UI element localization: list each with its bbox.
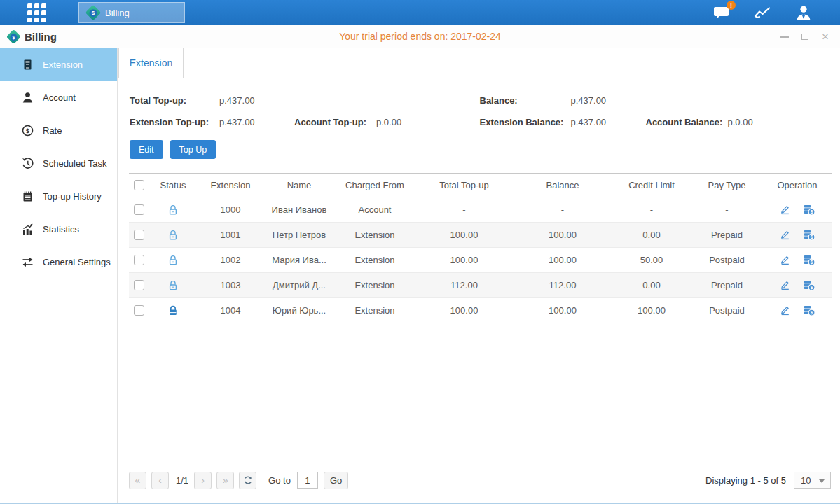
summary-section: Total Top-up: p.437.00 Extension Top-up:… xyxy=(118,78,840,133)
tab-label: Extension xyxy=(130,57,172,69)
cell-pay-type: - xyxy=(691,197,762,223)
user-icon[interactable] xyxy=(795,5,812,21)
edit-button[interactable]: Edit xyxy=(130,140,163,159)
cell-charged-from: Extension xyxy=(335,223,415,248)
sidebar-item-general-settings[interactable]: General Settings xyxy=(0,246,117,279)
cell-charged-from: Extension xyxy=(335,248,415,273)
page-size-value: 10 xyxy=(801,475,811,486)
page-size-select[interactable]: 10 xyxy=(794,472,831,489)
first-page-button[interactable]: « xyxy=(129,472,146,489)
unlocked-icon[interactable] xyxy=(167,229,179,241)
cell-name: Петр Петров xyxy=(263,223,335,248)
locked-icon[interactable] xyxy=(167,304,179,317)
account-topup-value: p.0.00 xyxy=(376,117,401,127)
balance-value: p.437.00 xyxy=(571,95,607,106)
extension-topup-label: Extension Top-up: xyxy=(130,117,219,127)
edit-icon[interactable] xyxy=(779,204,791,216)
row-checkbox[interactable] xyxy=(134,305,144,316)
minimize-button[interactable] xyxy=(780,32,790,42)
balance-label: Balance: xyxy=(480,95,571,106)
go-button[interactable]: Go xyxy=(324,472,348,489)
top-up-icon[interactable]: $ xyxy=(802,254,815,266)
row-checkbox[interactable] xyxy=(134,255,144,265)
tab-strip: Extension xyxy=(118,48,840,78)
col-total-topup: Total Top-up xyxy=(415,174,514,197)
close-button[interactable]: × xyxy=(820,32,830,42)
unlocked-icon[interactable] xyxy=(167,254,179,267)
top-up-icon[interactable]: $ xyxy=(802,304,815,316)
page-indicator: 1/1 xyxy=(176,475,188,486)
cell-extension: 1001 xyxy=(198,223,263,248)
main-panel: Extension Total Top-up: p.437.00 Extensi… xyxy=(118,48,840,503)
edit-icon[interactable] xyxy=(779,279,791,291)
svg-text:$: $ xyxy=(811,209,813,215)
row-checkbox[interactable] xyxy=(134,230,144,240)
sliders-icon xyxy=(22,256,34,268)
sidebar-item-label: Account xyxy=(43,92,76,103)
ledger-icon xyxy=(22,59,34,71)
cell-credit-limit: 0.00 xyxy=(612,223,691,248)
goto-page-input[interactable] xyxy=(297,472,318,489)
sidebar-item-account[interactable]: Account xyxy=(0,81,117,114)
row-checkbox[interactable] xyxy=(134,204,144,215)
pagination-bar: « ‹ 1/1 › » Go to Go Displaying 1 - 5 of… xyxy=(129,465,831,496)
cell-extension: 1004 xyxy=(198,298,263,323)
cell-pay-type: Prepaid xyxy=(691,273,762,298)
edit-icon[interactable] xyxy=(779,229,791,241)
bar-chart-icon xyxy=(22,223,34,235)
taskbar-item-billing[interactable]: $ Billing xyxy=(78,2,185,23)
cell-balance: - xyxy=(514,197,612,223)
cell-pay-type: Postpaid xyxy=(691,298,762,323)
sidebar-item-label: General Settings xyxy=(43,257,111,267)
billing-title-icon: $ xyxy=(6,29,21,43)
top-up-icon[interactable]: $ xyxy=(802,229,815,241)
sidebar-item-scheduled-task[interactable]: Scheduled Task xyxy=(0,147,117,180)
cell-total-topup: - xyxy=(415,197,514,223)
sidebar-item-topup-history[interactable]: Top-up History xyxy=(0,180,117,213)
extension-balance-value: p.437.00 xyxy=(571,117,646,127)
unlocked-icon[interactable] xyxy=(167,279,179,292)
cell-charged-from: Extension xyxy=(335,298,415,323)
svg-text:$: $ xyxy=(811,285,813,290)
app-grid-icon[interactable] xyxy=(26,2,47,23)
extension-balance-label: Extension Balance: xyxy=(480,117,571,127)
svg-text:$: $ xyxy=(811,234,813,240)
cell-balance: 100.00 xyxy=(514,223,612,248)
edit-icon[interactable] xyxy=(779,304,791,316)
maximize-button[interactable] xyxy=(800,32,810,42)
sidebar-item-statistics[interactable]: Statistics xyxy=(0,213,117,246)
chart-icon[interactable] xyxy=(754,6,772,20)
unlocked-icon[interactable] xyxy=(167,204,179,216)
tab-extension[interactable]: Extension xyxy=(118,48,184,78)
last-page-button[interactable]: » xyxy=(216,472,234,489)
refresh-button[interactable] xyxy=(239,472,256,489)
row-checkbox[interactable] xyxy=(134,280,144,290)
top-up-button[interactable]: Top Up xyxy=(170,140,216,159)
top-up-icon[interactable]: $ xyxy=(802,204,815,216)
next-page-button[interactable]: › xyxy=(194,472,212,489)
cell-balance: 100.00 xyxy=(514,298,612,323)
cell-charged-from: Extension xyxy=(335,273,415,298)
account-balance-value: p.0.00 xyxy=(728,117,753,127)
cell-extension: 1002 xyxy=(198,248,263,273)
account-balance-label: Account Balance: xyxy=(646,117,728,127)
sidebar-item-label: Statistics xyxy=(43,224,79,234)
history-clock-icon xyxy=(22,158,34,169)
col-operation: Operation xyxy=(762,174,832,197)
col-extension: Extension xyxy=(198,174,263,197)
col-balance: Balance xyxy=(514,174,612,197)
prev-page-button[interactable]: ‹ xyxy=(151,472,169,489)
table-row: 1003Дмитрий Д...Extension112.00112.000.0… xyxy=(129,273,832,298)
messages-icon[interactable]: ! xyxy=(713,5,731,20)
cell-total-topup: 112.00 xyxy=(415,273,514,298)
top-up-icon[interactable]: $ xyxy=(802,279,815,291)
notification-badge: ! xyxy=(727,1,736,10)
cell-credit-limit: 50.00 xyxy=(612,248,691,273)
sidebar-item-extension[interactable]: Extension xyxy=(0,48,117,81)
cell-credit-limit: - xyxy=(612,197,691,223)
cell-pay-type: Postpaid xyxy=(691,248,762,273)
sidebar-item-rate[interactable]: $ Rate xyxy=(0,114,117,147)
cell-name: Мария Ива... xyxy=(263,248,335,273)
edit-icon[interactable] xyxy=(779,254,791,266)
select-all-checkbox[interactable] xyxy=(134,180,144,190)
